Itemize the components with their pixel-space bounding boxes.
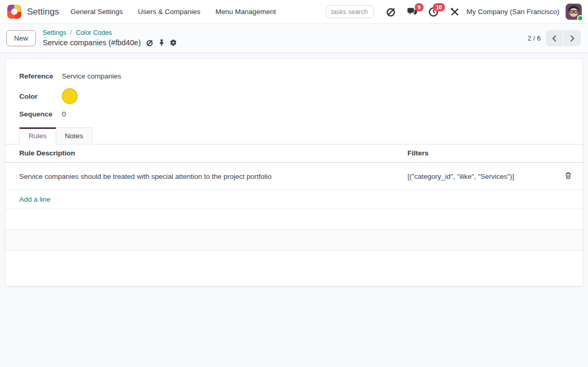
user-avatar[interactable] <box>566 4 582 20</box>
activities-badge: 10 <box>433 3 445 12</box>
messages-badge: 9 <box>415 3 424 12</box>
messages-icon[interactable]: 9 <box>404 4 420 20</box>
add-a-line-link[interactable]: Add a line <box>19 195 50 203</box>
rule-filters-cell[interactable]: [("category_id", "ilike", "Services")] <box>407 163 554 190</box>
search-input[interactable] <box>326 5 374 18</box>
reference-field-row: Reference Service companies <box>19 72 569 80</box>
sequence-label: Sequence <box>19 110 62 118</box>
new-button[interactable]: New <box>6 30 36 46</box>
sequence-value[interactable]: 0 <box>62 110 66 118</box>
debug-tools-icon[interactable] <box>446 4 463 20</box>
company-switcher[interactable]: My Company (San Francisco) <box>466 8 559 16</box>
color-swatch[interactable] <box>62 88 78 104</box>
add-line-row: Add a line <box>5 190 583 209</box>
column-header-actions <box>554 145 583 163</box>
pager-next-button[interactable] <box>564 30 581 46</box>
color-field-row: Color <box>19 88 569 104</box>
delete-row-button[interactable] <box>564 171 573 182</box>
breadcrumb-separator: / <box>70 29 72 36</box>
menu-menu-management[interactable]: Menu Management <box>215 8 276 16</box>
color-label: Color <box>19 93 62 100</box>
menu-general-settings[interactable]: General Settings <box>70 8 123 16</box>
odoo-apps-icon[interactable] <box>7 5 21 19</box>
notebook-tabs: Rules Notes <box>5 127 583 145</box>
tab-notes[interactable]: Notes <box>56 127 93 145</box>
pin-icon[interactable] <box>158 39 165 46</box>
column-header-filters[interactable]: Filters <box>407 145 554 163</box>
reference-value[interactable]: Service companies <box>62 72 121 80</box>
breadcrumb: Settings / Color Codes Service companies… <box>43 29 177 48</box>
activities-clock-icon[interactable]: 10 <box>425 4 442 20</box>
form-sheet: Reference Service companies Color Sequen… <box>5 58 583 286</box>
app-name[interactable]: Settings <box>27 7 59 17</box>
record-title: Service companies (#fbd40e) <box>43 38 141 47</box>
pager-value: 2 / 6 <box>528 34 541 42</box>
content-area: Reference Service companies Color Sequen… <box>0 53 588 292</box>
breadcrumb-color-codes-link[interactable]: Color Codes <box>76 29 112 36</box>
breadcrumb-settings-link[interactable]: Settings <box>43 29 66 36</box>
rules-table: Rule Description Filters Service compani… <box>5 145 583 251</box>
gear-icon[interactable] <box>170 39 177 46</box>
control-panel: New Settings / Color Codes Service compa… <box>0 24 588 53</box>
refresh-icon[interactable] <box>382 4 399 20</box>
refresh-icon[interactable] <box>146 39 154 47</box>
table-header-row: Rule Description Filters <box>5 145 583 163</box>
online-status-dot <box>577 15 583 21</box>
sequence-field-row: Sequence 0 <box>19 110 569 118</box>
reference-label: Reference <box>19 72 62 80</box>
tab-rules[interactable]: Rules <box>19 127 56 145</box>
column-header-rule-description[interactable]: Rule Description <box>5 145 407 163</box>
table-row[interactable]: Service companies should be treated with… <box>5 163 583 190</box>
top-navbar: Settings General Settings Users & Compan… <box>0 0 588 24</box>
empty-row <box>5 209 583 230</box>
empty-row <box>5 230 583 251</box>
menu-users-companies[interactable]: Users & Companies <box>138 8 200 16</box>
pager-previous-button[interactable] <box>546 30 563 46</box>
rule-description-cell[interactable]: Service companies should be treated with… <box>5 163 407 190</box>
